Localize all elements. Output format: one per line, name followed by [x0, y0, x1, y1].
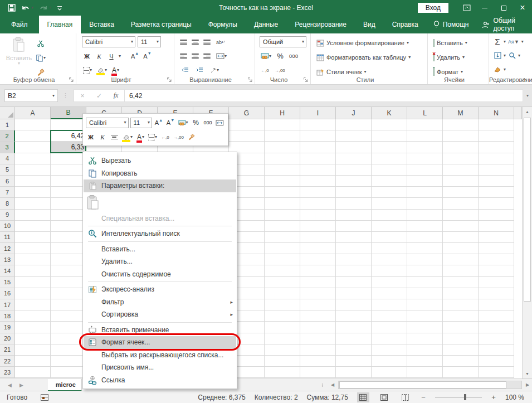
cell-L21[interactable] — [407, 344, 443, 356]
undo-dropdown-arrow[interactable]: ▾ — [31, 6, 33, 10]
cell-K19[interactable] — [372, 322, 407, 333]
cell-H3[interactable] — [265, 142, 300, 153]
wrap-text-button[interactable]: ab↵ — [215, 37, 227, 47]
cell-K10[interactable] — [372, 221, 407, 232]
ribbon-tab-Главная[interactable]: Главная — [39, 16, 81, 33]
cell-J12[interactable] — [336, 243, 372, 254]
mini-decrease-decimal[interactable]: →,00 — [172, 132, 185, 143]
cell-I2[interactable] — [300, 130, 336, 142]
cell-A2[interactable] — [15, 130, 51, 142]
cell-M18[interactable] — [443, 310, 479, 322]
cell-K9[interactable] — [372, 210, 407, 221]
cell-K8[interactable] — [372, 198, 407, 209]
cell-N1[interactable] — [479, 119, 514, 130]
row-header-20[interactable]: 20 — [0, 333, 15, 344]
row-header-22[interactable]: 22 — [0, 356, 15, 367]
cell-I15[interactable] — [300, 277, 336, 288]
cell-L22[interactable] — [407, 356, 443, 367]
row-header-23[interactable]: 23 — [0, 367, 15, 378]
mini-thousands[interactable]: 000 — [203, 118, 213, 128]
cell-I17[interactable] — [300, 299, 336, 310]
cell-B18[interactable] — [51, 310, 86, 322]
font-color-button[interactable]: А▾ — [110, 65, 120, 75]
cell-N22[interactable] — [479, 356, 514, 367]
cell-L8[interactable] — [407, 198, 443, 209]
comma-style-button[interactable]: 000 — [288, 51, 300, 61]
cell-N3[interactable] — [479, 142, 514, 153]
align-left-icon[interactable] — [180, 54, 187, 59]
cell-H18[interactable] — [265, 310, 300, 322]
align-middle-icon[interactable] — [192, 40, 199, 45]
cell-K17[interactable] — [372, 299, 407, 310]
name-box-arrow[interactable]: ▾ — [52, 94, 55, 98]
row-header-17[interactable]: 17 — [0, 299, 15, 310]
cell-B6[interactable] — [51, 176, 86, 187]
cell-M8[interactable] — [443, 198, 479, 209]
cell-I9[interactable] — [300, 210, 336, 221]
cell-K11[interactable] — [372, 232, 407, 243]
column-header-L[interactable]: L — [407, 107, 443, 119]
row-header-11[interactable]: 11 — [0, 232, 15, 243]
cell-M22[interactable] — [443, 356, 479, 367]
cell-H21[interactable] — [265, 344, 300, 356]
sign-in-button[interactable]: Вход — [418, 3, 448, 13]
cell-J9[interactable] — [336, 210, 372, 221]
cell-A3[interactable] — [15, 142, 51, 153]
clipboard-dialog-launcher[interactable] — [69, 77, 74, 82]
cell-J23[interactable] — [336, 367, 372, 378]
cell-N14[interactable] — [479, 265, 514, 276]
cell-I11[interactable] — [300, 232, 336, 243]
cell-B3[interactable]: 6,33 — [51, 142, 86, 153]
cell-I16[interactable] — [300, 288, 336, 299]
cell-J18[interactable] — [336, 310, 372, 322]
cell-J7[interactable] — [336, 187, 372, 198]
menu-item-paste-preview[interactable] — [84, 192, 236, 212]
row-header-15[interactable]: 15 — [0, 277, 15, 288]
cell-N8[interactable] — [479, 198, 514, 209]
row-header-8[interactable]: 8 — [0, 198, 15, 209]
zoom-slider[interactable] — [435, 397, 482, 397]
cell-H22[interactable] — [265, 356, 300, 367]
cell-N6[interactable] — [479, 176, 514, 187]
mini-align-center[interactable] — [109, 132, 119, 143]
cell-H17[interactable] — [265, 299, 300, 310]
menu-item-Формат ячеек...[interactable]: Формат ячеек... — [84, 336, 236, 349]
cell-H23[interactable] — [265, 367, 300, 378]
cell-N7[interactable] — [479, 187, 514, 198]
cell-A23[interactable] — [15, 367, 51, 378]
horizontal-scrollbar[interactable] — [338, 381, 522, 389]
cell-I13[interactable] — [300, 254, 336, 265]
row-header-3[interactable]: 3 — [0, 142, 15, 153]
cell-M9[interactable] — [443, 210, 479, 221]
align-bottom-icon[interactable] — [203, 40, 211, 45]
cell-L1[interactable] — [407, 119, 443, 130]
cell-H20[interactable] — [265, 333, 300, 344]
mini-format-painter[interactable] — [187, 132, 197, 143]
sort-filter-button[interactable]: Ая▼ — [507, 36, 520, 47]
cell-A16[interactable] — [15, 288, 51, 299]
save-button[interactable] — [8, 4, 16, 12]
cell-K4[interactable] — [372, 153, 407, 164]
cell-J21[interactable] — [336, 344, 372, 356]
cell-L12[interactable] — [407, 243, 443, 254]
cell-I7[interactable] — [300, 187, 336, 198]
cell-B20[interactable] — [51, 333, 86, 344]
increase-decimal-button[interactable]: ←,0 — [260, 65, 270, 76]
cell-J17[interactable] — [336, 299, 372, 310]
cell-L15[interactable] — [407, 277, 443, 288]
cell-M16[interactable] — [443, 288, 479, 299]
decrease-decimal-button[interactable]: →,00 — [274, 65, 286, 76]
cell-J1[interactable] — [336, 119, 372, 130]
sheet-nav-right-arrow[interactable]: ▶ — [19, 382, 23, 388]
cell-K23[interactable] — [372, 367, 407, 378]
cell-J14[interactable] — [336, 265, 372, 276]
minimize-button[interactable] — [475, 0, 494, 16]
cell-A14[interactable] — [15, 265, 51, 276]
vertical-scrollbar[interactable]: ▲ ▼ — [522, 107, 532, 378]
cell-A10[interactable] — [15, 221, 51, 232]
cell-L13[interactable] — [407, 254, 443, 265]
cell-K14[interactable] — [372, 265, 407, 276]
cell-A17[interactable] — [15, 299, 51, 310]
mini-accounting[interactable]: ▾ — [177, 118, 189, 128]
cell-I8[interactable] — [300, 198, 336, 209]
